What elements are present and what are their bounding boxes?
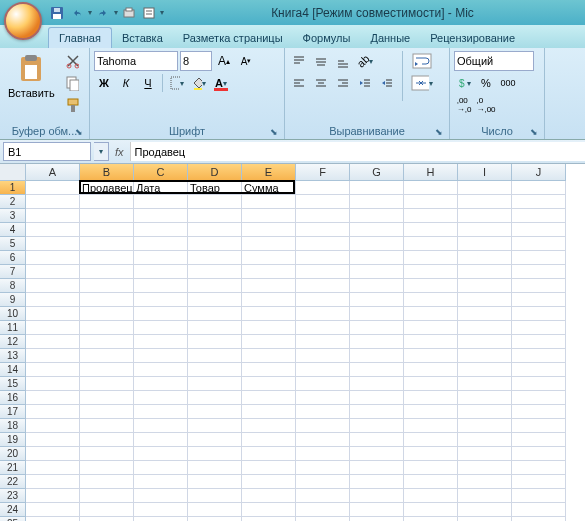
cell[interactable]: [404, 237, 458, 251]
cell[interactable]: [134, 335, 188, 349]
cell[interactable]: [134, 265, 188, 279]
cell[interactable]: [350, 307, 404, 321]
dialog-launcher-icon[interactable]: ⬊: [435, 127, 443, 137]
cell[interactable]: [512, 349, 566, 363]
formula-input[interactable]: [130, 142, 585, 161]
cell[interactable]: [512, 321, 566, 335]
percent-format-icon[interactable]: %: [476, 73, 496, 93]
cell[interactable]: [458, 433, 512, 447]
cell[interactable]: [458, 363, 512, 377]
cell[interactable]: [404, 349, 458, 363]
cell[interactable]: [188, 503, 242, 517]
cell[interactable]: [242, 475, 296, 489]
row-header[interactable]: 10: [0, 307, 26, 321]
cell[interactable]: [296, 321, 350, 335]
cell[interactable]: [404, 391, 458, 405]
cell[interactable]: [242, 377, 296, 391]
cell[interactable]: [242, 391, 296, 405]
cell[interactable]: [26, 377, 80, 391]
print-preview-icon[interactable]: [120, 4, 138, 22]
cell[interactable]: [134, 461, 188, 475]
cell[interactable]: [350, 447, 404, 461]
row-header[interactable]: 22: [0, 475, 26, 489]
cell[interactable]: [458, 237, 512, 251]
cell[interactable]: [512, 363, 566, 377]
dialog-launcher-icon[interactable]: ⬊: [270, 127, 278, 137]
cell[interactable]: [80, 391, 134, 405]
cell[interactable]: [26, 447, 80, 461]
cell[interactable]: [458, 307, 512, 321]
cell[interactable]: [458, 461, 512, 475]
cell[interactable]: [134, 517, 188, 521]
cell[interactable]: [134, 391, 188, 405]
cell[interactable]: [404, 335, 458, 349]
column-header[interactable]: F: [296, 164, 350, 181]
cell[interactable]: [188, 335, 242, 349]
cell[interactable]: [242, 195, 296, 209]
cell[interactable]: [512, 237, 566, 251]
cell[interactable]: [296, 279, 350, 293]
cell[interactable]: [80, 489, 134, 503]
cell[interactable]: [350, 517, 404, 521]
cell[interactable]: [296, 503, 350, 517]
cell[interactable]: [26, 265, 80, 279]
decrease-decimal-icon[interactable]: ,0→,00: [476, 95, 496, 115]
cell[interactable]: [296, 447, 350, 461]
row-header[interactable]: 12: [0, 335, 26, 349]
cell[interactable]: [296, 237, 350, 251]
cell[interactable]: [26, 279, 80, 293]
cell[interactable]: [512, 475, 566, 489]
cell[interactable]: [296, 391, 350, 405]
cell[interactable]: [80, 195, 134, 209]
cell[interactable]: [404, 503, 458, 517]
row-header[interactable]: 19: [0, 433, 26, 447]
cell[interactable]: [458, 503, 512, 517]
cell[interactable]: [512, 447, 566, 461]
cell[interactable]: Продавец: [80, 181, 134, 195]
name-box[interactable]: [3, 142, 91, 161]
cell[interactable]: [458, 293, 512, 307]
cell[interactable]: [242, 209, 296, 223]
cell[interactable]: [134, 433, 188, 447]
row-header[interactable]: 1: [0, 181, 26, 195]
row-header[interactable]: 4: [0, 223, 26, 237]
cell[interactable]: [242, 447, 296, 461]
font-family-combo[interactable]: [94, 51, 178, 71]
cell[interactable]: [404, 447, 458, 461]
cell[interactable]: [80, 349, 134, 363]
row-header[interactable]: 6: [0, 251, 26, 265]
cell[interactable]: [296, 265, 350, 279]
column-header[interactable]: G: [350, 164, 404, 181]
cell[interactable]: [458, 517, 512, 521]
cell[interactable]: [512, 391, 566, 405]
cell[interactable]: [188, 209, 242, 223]
cell[interactable]: [350, 265, 404, 279]
cell[interactable]: [26, 321, 80, 335]
cell[interactable]: [296, 461, 350, 475]
align-left-icon[interactable]: [289, 73, 309, 93]
cell[interactable]: [188, 517, 242, 521]
row-header[interactable]: 11: [0, 321, 26, 335]
merge-cells-icon[interactable]: ▾: [408, 73, 436, 93]
cell[interactable]: [512, 377, 566, 391]
cell[interactable]: [512, 209, 566, 223]
cell[interactable]: [458, 195, 512, 209]
fx-icon[interactable]: fx: [115, 146, 124, 158]
cell[interactable]: [242, 307, 296, 321]
cell[interactable]: [80, 335, 134, 349]
cell[interactable]: [242, 349, 296, 363]
cell[interactable]: [296, 181, 350, 195]
cell[interactable]: [26, 349, 80, 363]
redo-icon[interactable]: [94, 4, 112, 22]
cell[interactable]: [296, 195, 350, 209]
cell[interactable]: [188, 223, 242, 237]
cell[interactable]: [296, 377, 350, 391]
orientation-icon[interactable]: ab▾: [355, 51, 375, 71]
tab-formulas[interactable]: Формулы: [293, 28, 361, 48]
cell[interactable]: [80, 405, 134, 419]
cell[interactable]: [80, 209, 134, 223]
cell[interactable]: [26, 251, 80, 265]
row-header[interactable]: 25: [0, 517, 26, 521]
cell[interactable]: [350, 279, 404, 293]
column-header[interactable]: J: [512, 164, 566, 181]
